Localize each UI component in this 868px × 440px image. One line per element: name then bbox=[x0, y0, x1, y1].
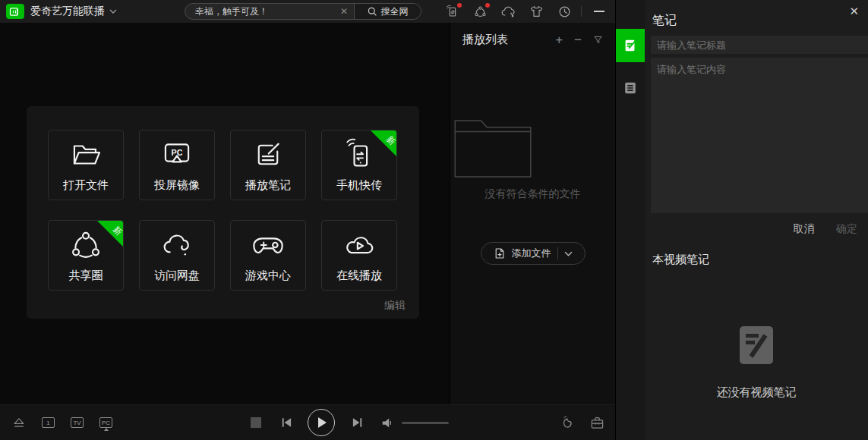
app-logo-icon bbox=[6, 4, 24, 19]
transport-controls bbox=[251, 405, 449, 440]
notes-section-title: 本视频笔记 bbox=[652, 253, 868, 267]
search-input[interactable] bbox=[185, 6, 334, 17]
search-clear-icon[interactable]: ✕ bbox=[334, 6, 354, 17]
share-circle-icon bbox=[68, 228, 103, 262]
open-file-folder-icon bbox=[68, 137, 103, 172]
list-icon bbox=[623, 80, 638, 96]
volume-slider[interactable] bbox=[402, 422, 449, 424]
edit-link[interactable]: 编辑 bbox=[384, 299, 406, 313]
phone-transfer-icon[interactable] bbox=[445, 5, 459, 18]
playlist-title: 播放列表 bbox=[462, 33, 508, 47]
history-clock-icon[interactable] bbox=[557, 5, 571, 18]
player-control-bar: 1 TV PC bbox=[0, 404, 615, 440]
tv-cast-icon[interactable]: TV bbox=[71, 417, 84, 428]
search-button-label: 搜全网 bbox=[381, 5, 409, 18]
cloud-drive-icon[interactable] bbox=[501, 5, 515, 18]
playlist-panel: 播放列表 + − 没有符合条件的文件 添加文件 bbox=[450, 23, 615, 404]
tile-online-play[interactable]: 在线播放 bbox=[321, 220, 397, 291]
playlist-empty-text: 没有符合条件的文件 bbox=[450, 187, 615, 201]
play-notes-icon bbox=[251, 137, 286, 172]
video-display-area: 打开文件 PC 投屏镜像 播放笔记 新 bbox=[0, 23, 450, 404]
remove-minus-icon[interactable]: − bbox=[574, 33, 582, 46]
app-title: 爱奇艺万能联播 bbox=[30, 5, 105, 18]
online-play-icon bbox=[342, 228, 377, 262]
tile-label: 共享圈 bbox=[69, 269, 103, 283]
notes-button-row: 取消 确定 bbox=[645, 213, 868, 236]
app-window: { "colors": { "accent_green": "#00be06",… bbox=[0, 0, 868, 440]
tile-phone-transfer[interactable]: 新 手机快传 bbox=[321, 130, 397, 200]
game-center-icon bbox=[251, 228, 286, 262]
file-plus-icon bbox=[494, 247, 506, 259]
eject-icon[interactable] bbox=[12, 416, 26, 429]
tile-open-file[interactable]: 打开文件 bbox=[48, 130, 124, 200]
bottom-right-tools bbox=[562, 405, 604, 440]
share-circle-icon[interactable] bbox=[473, 5, 487, 18]
minimize-icon[interactable] bbox=[594, 11, 604, 12]
note-content-input[interactable] bbox=[651, 58, 868, 213]
titlebar-actions bbox=[445, 0, 571, 23]
search-bar: ✕ 搜全网 bbox=[185, 3, 421, 20]
add-file-button[interactable]: 添加文件 bbox=[481, 242, 586, 265]
add-plus-icon[interactable]: + bbox=[555, 33, 563, 46]
tile-play-notes[interactable]: 播放笔记 bbox=[230, 130, 306, 200]
titlebar: 爱奇艺万能联播 ✕ 搜全网 bbox=[0, 0, 615, 23]
notes-panel: ✕ 笔记 取消 确定 本视频笔记 还没有视频笔记 bbox=[645, 0, 868, 440]
note-title-input[interactable] bbox=[651, 36, 868, 54]
toolbox-icon[interactable] bbox=[590, 416, 604, 429]
search-button[interactable]: 搜全网 bbox=[354, 4, 421, 19]
magnifier-icon bbox=[368, 7, 377, 17]
tile-label: 播放笔记 bbox=[245, 178, 291, 193]
volume-icon[interactable] bbox=[381, 417, 394, 429]
next-icon[interactable] bbox=[352, 416, 365, 429]
titlebar-divider bbox=[581, 6, 582, 17]
screen-mirror-pc-icon: PC bbox=[159, 137, 194, 172]
playlist-header: 播放列表 + − bbox=[450, 23, 615, 47]
notes-tab[interactable] bbox=[616, 29, 645, 62]
notification-dot bbox=[485, 3, 490, 8]
tile-label: 游戏中心 bbox=[245, 269, 291, 283]
playlist-empty-state: 没有符合条件的文件 bbox=[450, 118, 615, 201]
side-tabstrip bbox=[616, 0, 645, 440]
launcher-panel: 打开文件 PC 投屏镜像 播放笔记 新 bbox=[27, 106, 419, 319]
notes-region: ✕ 笔记 取消 确定 本视频笔记 还没有视频笔记 bbox=[615, 0, 868, 440]
skin-tshirt-icon[interactable] bbox=[529, 5, 543, 18]
tile-cloud-drive[interactable]: 访问网盘 bbox=[139, 220, 215, 291]
tile-label: 访问网盘 bbox=[154, 269, 200, 283]
play-icon[interactable] bbox=[308, 409, 335, 436]
confirm-button[interactable]: 确定 bbox=[836, 222, 857, 236]
filter-funnel-icon[interactable] bbox=[593, 35, 603, 45]
add-file-label: 添加文件 bbox=[512, 247, 551, 260]
list-tab[interactable] bbox=[616, 71, 645, 105]
screen-1-icon[interactable]: 1 bbox=[42, 417, 55, 428]
launcher-grid: 打开文件 PC 投屏镜像 播放笔记 新 bbox=[48, 130, 397, 291]
bean-icon[interactable] bbox=[562, 416, 575, 429]
empty-note-icon bbox=[738, 325, 775, 366]
previous-icon[interactable] bbox=[279, 416, 292, 429]
close-icon[interactable]: ✕ bbox=[846, 3, 862, 20]
note-pencil-icon bbox=[623, 38, 638, 53]
notification-dot bbox=[457, 3, 462, 8]
chevron-down-icon[interactable] bbox=[564, 251, 573, 256]
tile-label: 打开文件 bbox=[63, 178, 109, 193]
notes-empty-state: 还没有视频笔记 bbox=[645, 325, 868, 400]
chevron-down-icon[interactable] bbox=[109, 9, 117, 14]
cloud-drive-icon bbox=[159, 228, 194, 262]
playlist-tools: + − bbox=[555, 33, 603, 46]
bottom-left-tools: 1 TV PC bbox=[12, 405, 112, 440]
cancel-button[interactable]: 取消 bbox=[794, 222, 815, 236]
phone-quick-transfer-icon bbox=[342, 137, 377, 172]
tile-game-center[interactable]: 游戏中心 bbox=[230, 220, 306, 291]
tile-screen-mirror[interactable]: PC 投屏镜像 bbox=[139, 130, 215, 200]
notes-empty-text: 还没有视频笔记 bbox=[645, 385, 868, 400]
button-divider bbox=[557, 247, 558, 259]
tile-share-circle[interactable]: 新 共享圈 bbox=[48, 220, 124, 291]
tile-label: 手机快传 bbox=[336, 178, 382, 193]
stop-icon[interactable] bbox=[251, 417, 261, 428]
notes-title: 笔记 bbox=[652, 13, 868, 29]
empty-folder-icon bbox=[450, 118, 535, 178]
pc-cast-icon[interactable]: PC bbox=[99, 417, 112, 428]
tile-label: 投屏镜像 bbox=[154, 178, 200, 193]
tile-label: 在线播放 bbox=[336, 269, 382, 283]
